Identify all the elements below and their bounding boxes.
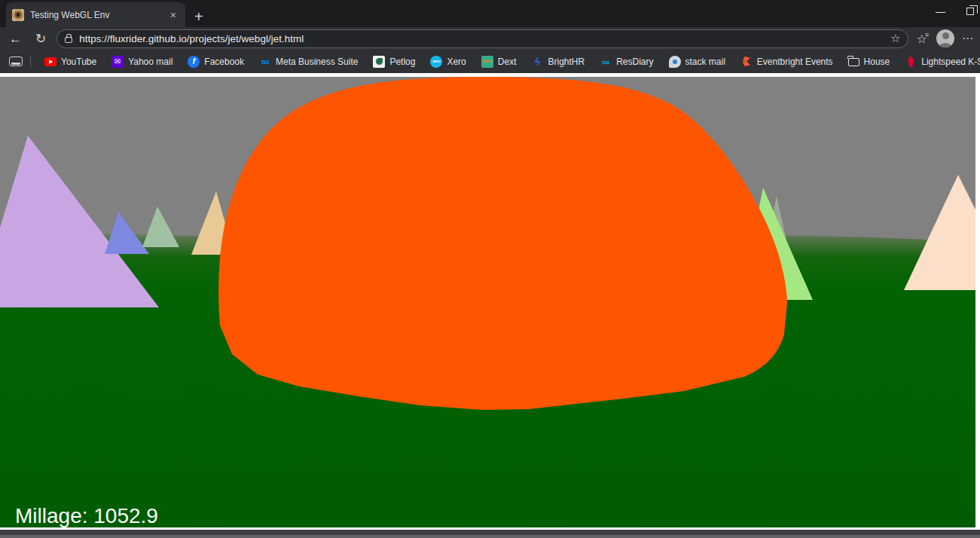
bookmark-label: Xero bbox=[447, 57, 466, 67]
settings-menu-button[interactable]: ⋯ bbox=[962, 32, 974, 45]
yahoo-mail-icon bbox=[111, 56, 124, 68]
bookmark-eventbright-events[interactable]: Eventbright Events bbox=[740, 56, 833, 68]
bookmark-label: Dext bbox=[498, 57, 517, 67]
bookmark-label: Meta Business Suite bbox=[276, 57, 358, 67]
folder-icon bbox=[848, 58, 859, 66]
bookmarks-divider bbox=[30, 56, 31, 67]
bookmark-lightspeed-k-series[interactable]: Lightspeed K-Series bbox=[905, 56, 980, 68]
tab-bar: Testing WebGL Env × + — bbox=[0, 0, 980, 27]
bookmark-petlog[interactable]: Petlog bbox=[373, 56, 415, 68]
youtube-icon bbox=[44, 57, 56, 66]
bookmark-folder-house[interactable]: House bbox=[848, 57, 890, 67]
eventbrite-icon bbox=[740, 56, 753, 68]
facebook-icon bbox=[188, 56, 200, 68]
browser-window: Testing WebGL Env × + — ← ↻ https://flux… bbox=[0, 0, 980, 538]
horizontal-scrollbar[interactable] bbox=[0, 530, 980, 538]
xero-icon: xero bbox=[430, 56, 442, 68]
tab-close-icon[interactable]: × bbox=[167, 9, 179, 21]
meta-icon bbox=[259, 56, 271, 68]
refresh-button[interactable]: ↻ bbox=[32, 32, 49, 45]
stack-mail-icon bbox=[669, 56, 681, 68]
bookmark-brighthr[interactable]: BrightHR bbox=[531, 56, 585, 68]
bookmark-label: House bbox=[864, 57, 890, 67]
dext-icon: Dext bbox=[481, 56, 493, 68]
profile-avatar[interactable] bbox=[936, 29, 954, 47]
xero-icon-text: xero bbox=[432, 60, 441, 63]
bookmark-stack-mail[interactable]: stack mail bbox=[669, 56, 725, 68]
bookmark-label: Petlog bbox=[389, 57, 415, 67]
lock-icon bbox=[65, 37, 72, 43]
petlog-icon bbox=[373, 56, 385, 68]
url-text[interactable]: https://fluxrider.github.io/projects/jet… bbox=[79, 33, 884, 44]
restore-window-button[interactable] bbox=[966, 8, 974, 15]
webgl-canvas[interactable]: Millage: 1052.9 bbox=[0, 77, 975, 527]
bookmark-label: Lightspeed K-Series bbox=[921, 57, 980, 67]
dext-icon-text: Dext bbox=[483, 60, 492, 64]
browser-toolbar: ← ↻ https://fluxrider.github.io/projects… bbox=[0, 27, 980, 50]
sidebar-toggle-icon[interactable] bbox=[9, 57, 23, 66]
tab-favicon-icon bbox=[12, 9, 24, 21]
bookmark-label: Facebook bbox=[204, 57, 244, 67]
page-background: Millage: 1052.9 bbox=[0, 73, 980, 530]
bookmark-label: YouTube bbox=[61, 57, 96, 67]
bookmark-label: BrightHR bbox=[548, 57, 585, 67]
bookmark-dext[interactable]: Dext Dext bbox=[481, 56, 517, 68]
browser-tab[interactable]: Testing WebGL Env × bbox=[6, 2, 185, 27]
bookmark-label: Yahoo mail bbox=[128, 57, 172, 67]
bookmark-meta-business-suite[interactable]: Meta Business Suite bbox=[259, 56, 358, 68]
window-controls: — bbox=[936, 0, 980, 23]
back-button[interactable]: ← bbox=[6, 32, 25, 45]
brighthr-icon bbox=[531, 56, 543, 68]
bookmark-youtube[interactable]: YouTube bbox=[44, 57, 96, 67]
lightspeed-icon bbox=[905, 56, 917, 68]
bookmark-label: stack mail bbox=[685, 57, 725, 67]
bookmark-page-button[interactable]: ☆ bbox=[890, 32, 900, 45]
bookmark-label: ResDiary bbox=[616, 57, 653, 67]
bookmarks-bar: YouTube Yahoo mail Facebook Meta Busines… bbox=[0, 50, 980, 73]
bookmark-facebook[interactable]: Facebook bbox=[188, 56, 244, 68]
bookmark-xero[interactable]: xero Xero bbox=[430, 56, 466, 68]
bookmark-label: Eventbright Events bbox=[757, 57, 833, 67]
minimize-button[interactable]: — bbox=[936, 6, 945, 17]
bookmark-resdiary[interactable]: ResDiary bbox=[600, 56, 653, 68]
millage-readout: Millage: 1052.9 bbox=[15, 504, 158, 527]
favorites-bar-button[interactable]: ☆≡ bbox=[916, 32, 929, 46]
new-tab-button[interactable]: + bbox=[194, 9, 203, 24]
url-bar[interactable]: https://fluxrider.github.io/projects/jet… bbox=[56, 29, 908, 48]
bookmark-yahoo-mail[interactable]: Yahoo mail bbox=[111, 56, 172, 68]
resdiary-icon bbox=[600, 56, 612, 68]
tab-title: Testing WebGL Env bbox=[30, 10, 167, 20]
favorites-lines-icon: ≡ bbox=[925, 31, 929, 38]
